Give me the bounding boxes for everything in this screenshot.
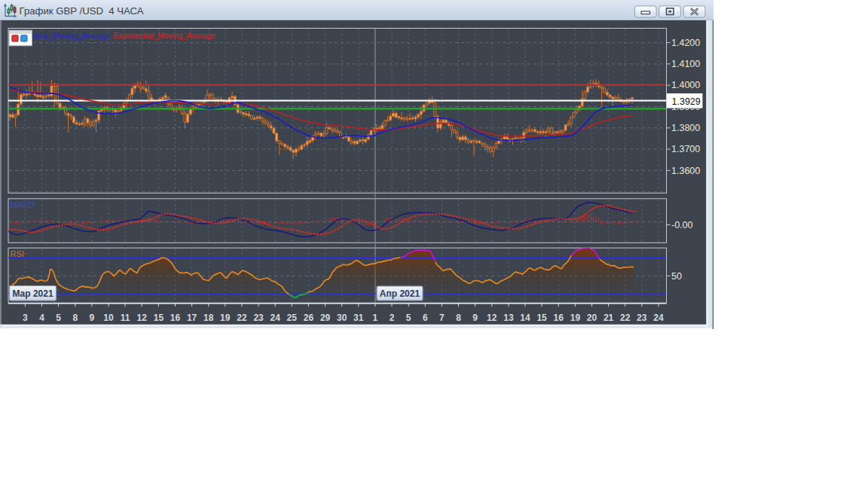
svg-text:1.3929: 1.3929 <box>672 96 701 107</box>
svg-text:Exponential_Moving_Average: Exponential_Moving_Average <box>114 31 215 40</box>
svg-text:10: 10 <box>103 313 114 323</box>
svg-text:4: 4 <box>39 313 44 323</box>
svg-text:16: 16 <box>554 313 564 323</box>
svg-text:17: 17 <box>187 313 197 323</box>
svg-text:1: 1 <box>373 313 378 323</box>
svg-text:50: 50 <box>671 271 682 282</box>
svg-text:19: 19 <box>220 313 231 323</box>
svg-text:MACD: MACD <box>11 200 35 209</box>
svg-text:1.4200: 1.4200 <box>671 38 700 48</box>
svg-text:График GBP /USD 4 ЧАСА: График GBP /USD 4 ЧАСА <box>20 5 144 17</box>
svg-text:Мар 2021: Мар 2021 <box>12 288 53 299</box>
svg-text:31: 31 <box>353 313 364 323</box>
svg-text:6: 6 <box>423 313 428 323</box>
svg-text:26: 26 <box>304 313 314 323</box>
svg-text:-0.00: -0.00 <box>671 220 693 230</box>
svg-text:1.4100: 1.4100 <box>671 59 700 69</box>
svg-text:24: 24 <box>270 313 281 323</box>
svg-text:7: 7 <box>439 313 445 323</box>
svg-text:20: 20 <box>587 313 598 323</box>
svg-text:22: 22 <box>620 313 631 323</box>
svg-text:Апр 2021: Апр 2021 <box>380 288 420 299</box>
svg-text:30: 30 <box>337 313 347 323</box>
svg-text:21: 21 <box>604 313 614 323</box>
svg-text:22: 22 <box>237 313 247 323</box>
svg-text:3: 3 <box>23 313 28 323</box>
svg-text:1.4000: 1.4000 <box>671 80 700 90</box>
svg-text:23: 23 <box>637 313 647 323</box>
svg-text:24: 24 <box>653 313 664 323</box>
svg-text:16: 16 <box>170 313 181 323</box>
svg-text:9: 9 <box>90 313 95 323</box>
svg-text:14: 14 <box>520 313 530 323</box>
svg-text:15: 15 <box>536 313 547 323</box>
svg-text:1.3800: 1.3800 <box>671 123 700 133</box>
svg-text:12: 12 <box>487 313 497 323</box>
svg-text:11: 11 <box>121 313 130 323</box>
svg-text:25: 25 <box>287 313 298 323</box>
svg-text:19: 19 <box>570 313 581 323</box>
svg-text:1.3700: 1.3700 <box>671 144 700 154</box>
svg-text:1.3600: 1.3600 <box>671 166 700 176</box>
svg-text:12: 12 <box>137 313 148 323</box>
svg-text:5: 5 <box>406 313 411 323</box>
svg-text:29: 29 <box>320 313 331 323</box>
svg-text:23: 23 <box>253 313 264 323</box>
svg-text:9: 9 <box>472 313 478 323</box>
svg-text:8: 8 <box>72 313 78 323</box>
svg-text:RSI: RSI <box>11 249 24 258</box>
svg-text:8: 8 <box>456 313 461 323</box>
svg-text:2: 2 <box>390 313 395 323</box>
svg-text:15: 15 <box>154 313 164 323</box>
svg-text:13: 13 <box>503 313 514 323</box>
svg-text:18: 18 <box>203 313 214 323</box>
svg-text:5: 5 <box>56 313 61 323</box>
